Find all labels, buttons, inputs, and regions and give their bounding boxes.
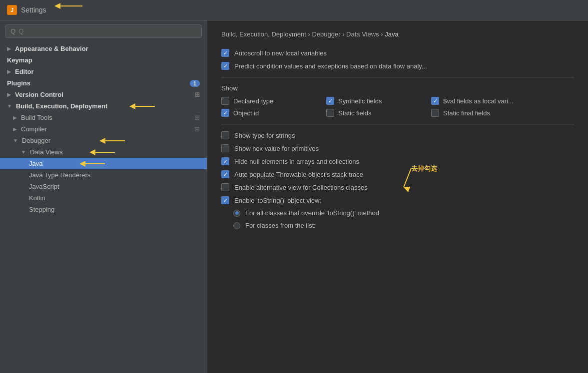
- predictcondition-checkbox[interactable]: [221, 62, 229, 70]
- enablealt-option[interactable]: Enable alternative view for Collections …: [221, 183, 574, 191]
- separator-2: [221, 124, 574, 124]
- sidebar-item-label: Plugins: [7, 79, 30, 87]
- show-label: Show: [221, 84, 574, 92]
- sidebar-item-debugger[interactable]: ▼ Debugger: [0, 135, 207, 146]
- chevron-icon: ▶: [7, 92, 11, 97]
- predictcondition-option[interactable]: Predict condition values and exceptions …: [221, 62, 574, 70]
- showhex-checkbox[interactable]: [221, 144, 229, 152]
- enabletostring-option[interactable]: Enable 'toString()' object view:: [221, 196, 574, 204]
- plugins-badge: 1: [190, 80, 200, 87]
- svalfields-checkbox[interactable]: [431, 97, 439, 105]
- showtypeforstrings-option[interactable]: Show type for strings: [221, 131, 574, 139]
- sidebar-item-label: Java Type Renderers: [29, 171, 90, 179]
- sidebar-item-editor[interactable]: ▶ Editor: [0, 66, 207, 77]
- staticfinalfields-checkbox[interactable]: [431, 109, 439, 117]
- forallclasses-radio[interactable]: [233, 210, 240, 217]
- declaredtype-option[interactable]: Declared type: [221, 97, 321, 105]
- syntheticfields-option[interactable]: Synthetic fields: [326, 97, 426, 105]
- chevron-icon: ▶: [13, 115, 17, 120]
- sidebar-item-javascript[interactable]: JavaScript: [0, 181, 207, 192]
- sidebar-item-dataviews[interactable]: ▼ Data Views: [0, 146, 207, 158]
- objectid-label: Object id: [233, 109, 259, 117]
- sidebar-item-appearance[interactable]: ▶ Appearance & Behavior: [0, 43, 207, 54]
- sidebar-item-javatyperenderers[interactable]: Java Type Renderers: [0, 169, 207, 181]
- chevron-icon: ▼: [21, 149, 26, 155]
- showtypeforstrings-label: Show type for strings: [234, 132, 295, 139]
- sidebar-item-stepping[interactable]: Stepping: [0, 204, 207, 215]
- sidebar-item-buildtools[interactable]: ▶ Build Tools ⊞: [0, 112, 207, 123]
- showhex-label: Show hex value for primitives: [234, 145, 319, 152]
- content-area: Build, Execution, Deployment › Debugger …: [207, 20, 588, 373]
- sidebar-item-build[interactable]: ▼ Build, Execution, Deployment: [0, 100, 207, 112]
- breadcrumb: Build, Execution, Deployment › Debugger …: [221, 30, 574, 38]
- showtypeforstrings-checkbox[interactable]: [221, 131, 229, 139]
- autopopulate-option[interactable]: Auto populate Throwable object's stack t…: [221, 170, 574, 178]
- sidebar-item-label: Data Views: [30, 148, 63, 156]
- declaredtype-label: Declared type: [233, 97, 273, 105]
- syntheticfields-label: Synthetic fields: [338, 97, 382, 105]
- sidebar-item-label: Java: [29, 160, 42, 167]
- hidenull-checkbox[interactable]: [221, 157, 229, 165]
- objectid-option[interactable]: Object id: [221, 109, 321, 117]
- forallclasses-option[interactable]: For all classes that override 'toString(…: [233, 209, 574, 217]
- sidebar-item-plugins[interactable]: Plugins 1: [0, 77, 207, 89]
- title-text: Settings: [21, 6, 46, 14]
- search-bar[interactable]: Q: [5, 24, 202, 38]
- sidebar-item-label: JavaScript: [29, 183, 59, 190]
- search-input[interactable]: [18, 27, 196, 35]
- breadcrumb-sep2: ›: [342, 30, 346, 38]
- forallclasses-label: For all classes that override 'toString(…: [245, 209, 379, 217]
- sidebar-item-compiler[interactable]: ▶ Compiler ⊞: [0, 123, 207, 135]
- enabletostring-label: Enable 'toString()' object view:: [234, 197, 321, 204]
- objectid-checkbox[interactable]: [221, 109, 229, 117]
- chevron-icon: ▶: [7, 69, 11, 74]
- svalfields-option[interactable]: $val fields as local vari...: [431, 97, 541, 105]
- sidebar-item-label: Appearance & Behavior: [15, 45, 88, 52]
- title-bar: J Settings: [0, 0, 588, 20]
- svalfields-label: $val fields as local vari...: [443, 97, 514, 105]
- staticfields-option[interactable]: Static fields: [326, 109, 426, 117]
- breadcrumb-sep3: ›: [381, 30, 385, 38]
- sidebar: Q ▶ Appearance & Behavior Keymap ▶ Edito…: [0, 20, 207, 373]
- autoscroll-option[interactable]: Autoscroll to new local variables: [221, 49, 574, 57]
- search-icon: Q: [10, 27, 15, 35]
- hidenull-label: Hide null elements in arrays and collect…: [234, 158, 359, 165]
- copy-icon: ⊞: [194, 114, 200, 121]
- chevron-icon: ▶: [7, 46, 11, 51]
- sidebar-item-java[interactable]: Java: [0, 158, 207, 169]
- forclasses-option[interactable]: For classes from the list:: [233, 222, 574, 229]
- sidebar-item-label: Build Tools: [21, 114, 52, 121]
- sidebar-item-label: Compiler: [21, 125, 47, 133]
- declaredtype-checkbox[interactable]: [221, 97, 229, 105]
- staticfinalfields-option[interactable]: Static final fields: [431, 109, 541, 117]
- enablealt-checkbox[interactable]: [221, 183, 229, 191]
- autoscroll-checkbox[interactable]: [221, 49, 229, 57]
- showhex-option[interactable]: Show hex value for primitives: [221, 144, 574, 152]
- predictcondition-label: Predict condition values and exceptions …: [234, 62, 427, 70]
- staticfields-checkbox[interactable]: [326, 109, 334, 117]
- sidebar-item-kotlin[interactable]: Kotlin: [0, 192, 207, 204]
- autopopulate-checkbox[interactable]: [221, 170, 229, 178]
- breadcrumb-current: Java: [385, 30, 398, 38]
- enablealt-label: Enable alternative view for Collections …: [234, 184, 368, 191]
- sidebar-item-label: Debugger: [22, 137, 50, 144]
- enabletostring-checkbox[interactable]: [221, 196, 229, 204]
- chevron-icon: ▼: [7, 103, 12, 109]
- sidebar-item-keymap[interactable]: Keymap: [0, 54, 207, 66]
- forclasses-label: For classes from the list:: [245, 222, 316, 229]
- show-grid: Declared type Synthetic fields $val fiel…: [221, 97, 574, 117]
- breadcrumb-part3: Data Views: [346, 30, 379, 38]
- separator-1: [221, 77, 574, 77]
- sidebar-item-label: Build, Execution, Deployment: [16, 102, 107, 110]
- copy-icon: ⊞: [194, 91, 200, 98]
- autopopulate-label: Auto populate Throwable object's stack t…: [234, 171, 363, 178]
- staticfields-label: Static fields: [338, 109, 371, 117]
- sidebar-item-versioncontrol[interactable]: ▶ Version Control ⊞: [0, 89, 207, 100]
- staticfinalfields-label: Static final fields: [443, 109, 490, 117]
- settings-arrow-svg: [52, 4, 92, 16]
- forclasses-radio[interactable]: [233, 222, 240, 229]
- syntheticfields-checkbox[interactable]: [326, 97, 334, 105]
- hidenull-option[interactable]: Hide null elements in arrays and collect…: [221, 157, 574, 165]
- annotation-quchugouxuan: 去掉勾选: [411, 164, 437, 173]
- app-icon: J: [7, 5, 17, 15]
